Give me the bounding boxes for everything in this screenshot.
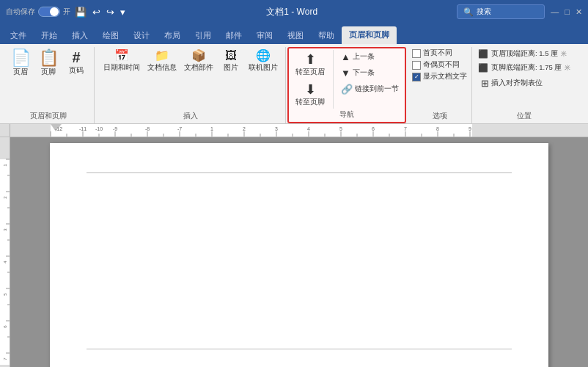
group-label-insert: 插入 — [100, 110, 281, 123]
docinfo-icon: 📁 — [155, 50, 169, 62]
minimize-btn[interactable]: — — [551, 7, 559, 16]
search-bar[interactable]: 🔍 搜索 — [457, 4, 545, 19]
svg-text:2: 2 — [243, 126, 246, 131]
window-title: 文档1 - Word — [127, 6, 457, 18]
undo-btn[interactable]: ↩ — [91, 7, 102, 18]
svg-text:3: 3 — [275, 126, 278, 131]
document-page — [50, 143, 548, 367]
header-label: 页眉 — [13, 68, 28, 77]
tab-home[interactable]: 开始 — [34, 27, 65, 44]
next-item-btn[interactable]: ▼ 下一条 — [338, 66, 402, 80]
prev-item-btn[interactable]: ▲ 上一条 — [338, 50, 402, 64]
page-num-btn[interactable]: # 页码 — [63, 48, 89, 77]
tab-help[interactable]: 帮助 — [311, 27, 342, 44]
svg-rect-1 — [472, 124, 588, 137]
goto-header-btn[interactable]: ⬆ 转至页眉 — [292, 50, 328, 79]
ruler-side — [0, 124, 10, 137]
doc-scroll[interactable] — [10, 137, 588, 367]
footer-icon: 📋 — [39, 50, 59, 66]
group-content-header-footer: 📄 页眉 📋 页脚 # 页码 — [7, 47, 89, 110]
group-content-options: 首页不同 奇偶页不同 ✓ 显示文档文字 — [412, 47, 467, 110]
header-btn[interactable]: 📄 页眉 — [7, 48, 34, 79]
page-num-icon: # — [72, 50, 80, 65]
tab-insert[interactable]: 插入 — [65, 27, 95, 44]
svg-text:5: 5 — [339, 126, 342, 131]
datetime-btn[interactable]: 📅 日期和时间 — [100, 48, 143, 74]
group-content-position: ⬛ 页眉顶端距离: 1.5 厘 米 ⬛ 页脚底端距离: 1.75 厘 米 ⊞ 插… — [478, 47, 570, 110]
checkbox-first-page-label: 首页不同 — [423, 48, 452, 58]
ruler-container: -12 -11 -10 -9 -8 -7 1 2 3 4 5 6 7 8 9 — [0, 124, 588, 137]
tab-mail[interactable]: 邮件 — [218, 27, 249, 44]
tab-header-footer[interactable]: 页眉和页脚 — [342, 26, 397, 44]
save-btn[interactable]: 💾 — [73, 7, 88, 18]
svg-text:-10: -10 — [95, 126, 103, 131]
footer-separator — [87, 349, 512, 367]
goto-footer-icon: ⬇ — [305, 81, 316, 98]
checkbox-first-page[interactable]: 首页不同 — [412, 48, 467, 58]
goto-footer-btn[interactable]: ⬇ 转至页脚 — [292, 80, 328, 109]
page-num-label: 页码 — [69, 66, 84, 76]
checkbox-show-doc-label: 显示文档文字 — [423, 72, 467, 81]
svg-text:-9: -9 — [113, 126, 117, 131]
autosave-toggle[interactable] — [38, 7, 60, 17]
group-label-nav: 导航 — [292, 109, 402, 122]
svg-text:-11: -11 — [79, 126, 87, 131]
tab-layout[interactable]: 布局 — [157, 27, 188, 44]
tab-view[interactable]: 视图 — [280, 27, 311, 44]
svg-text:9: 9 — [468, 126, 471, 131]
checkbox-group: 首页不同 奇偶页不同 ✓ 显示文档文字 — [412, 48, 467, 81]
prev-icon: ▲ — [341, 51, 350, 62]
footer-bottom-unit: 米 — [565, 64, 570, 72]
docinfo-btn[interactable]: 📁 文档信息 — [144, 48, 180, 74]
insert-tab-stop-btn[interactable]: ⊞ 插入对齐制表位 — [478, 76, 570, 90]
docinfo-label: 文档信息 — [147, 63, 177, 73]
customize-btn[interactable]: ▾ — [119, 7, 127, 18]
position-items: ⬛ 页眉顶端距离: 1.5 厘 米 ⬛ 页脚底端距离: 1.75 厘 米 ⊞ 插… — [478, 48, 570, 90]
svg-text:8: 8 — [436, 126, 439, 131]
online-picture-label: 联机图片 — [249, 63, 278, 73]
tab-stop-label: 插入对齐制表位 — [491, 79, 543, 88]
checkbox-show-doc-box[interactable]: ✓ — [412, 73, 421, 81]
redo-btn[interactable]: ↪ — [105, 7, 116, 18]
autosave-knob — [50, 7, 59, 16]
tab-file[interactable]: 文件 — [3, 27, 34, 44]
link-prev-btn[interactable]: 🔗 链接到前一节 — [338, 82, 402, 96]
docparts-btn[interactable]: 📦 文档部件 — [181, 48, 216, 74]
vertical-ruler: 1 2 3 4 5 6 7 — [0, 137, 10, 367]
picture-icon: 🖼 — [225, 50, 237, 62]
link-icon: 🔗 — [341, 84, 353, 95]
prev-label: 上一条 — [353, 52, 375, 62]
close-btn[interactable]: ✕ — [576, 7, 582, 17]
ruler-main: -12 -11 -10 -9 -8 -7 1 2 3 4 5 6 7 8 9 — [10, 124, 588, 137]
svg-rect-0 — [10, 124, 51, 137]
header-top-distance: ⬛ 页眉顶端距离: 1.5 厘 米 — [478, 48, 570, 59]
checkbox-odd-even[interactable]: 奇偶页不同 — [412, 60, 467, 70]
ribbon-tabs: 文件 开始 插入 绘图 设计 布局 引用 邮件 审阅 视图 帮助 页眉和页脚 — [0, 23, 588, 44]
svg-text:-8: -8 — [145, 126, 150, 131]
footer-bottom-label: 页脚底端距离: 1.75 厘 — [491, 63, 562, 73]
title-bar-right: 🔍 搜索 — □ ✕ — [457, 4, 582, 19]
footer-btn[interactable]: 📋 页脚 — [35, 48, 62, 79]
svg-text:1: 1 — [210, 126, 213, 131]
maximize-btn[interactable]: □ — [565, 7, 570, 16]
header-top-icon: ⬛ — [478, 49, 488, 59]
checkbox-first-page-box[interactable] — [412, 49, 421, 58]
checkbox-show-doc[interactable]: ✓ 显示文档文字 — [412, 72, 467, 81]
autosave-label: 自动保存 — [6, 7, 35, 17]
next-icon: ▼ — [341, 68, 350, 79]
ribbon-group-header-footer: 📄 页眉 📋 页脚 # 页码 页眉和页脚 — [3, 47, 95, 123]
tab-review[interactable]: 审阅 — [249, 27, 280, 44]
tab-design[interactable]: 设计 — [126, 27, 157, 44]
online-picture-btn[interactable]: 🌐 联机图片 — [246, 48, 281, 74]
picture-btn[interactable]: 🖼 图片 — [218, 48, 244, 74]
datetime-icon: 📅 — [114, 50, 129, 62]
svg-text:-7: -7 — [177, 126, 182, 131]
tab-draw[interactable]: 绘图 — [95, 27, 126, 44]
title-bar-left: 自动保存 开 💾 ↩ ↪ ▾ — [6, 7, 127, 18]
ribbon-group-insert: 📅 日期和时间 📁 文档信息 📦 文档部件 🖼 图片 🌐 联机图片 插入 — [96, 47, 286, 123]
header-top-label: 页眉顶端距离: 1.5 厘 — [491, 49, 558, 59]
group-content-insert: 📅 日期和时间 📁 文档信息 📦 文档部件 🖼 图片 🌐 联机图片 — [100, 47, 281, 110]
tab-references[interactable]: 引用 — [188, 27, 218, 44]
goto-header-label: 转至页眉 — [295, 68, 325, 77]
checkbox-odd-even-box[interactable] — [412, 61, 421, 70]
